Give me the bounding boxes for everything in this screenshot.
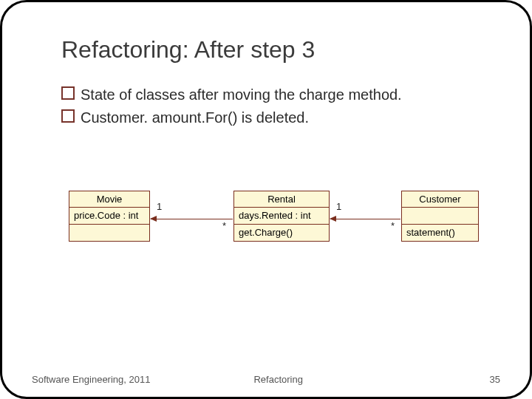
bullet-item: State of classes after moving the charge… <box>61 83 402 106</box>
uml-class-movie: Movie price.Code : int <box>69 191 150 242</box>
uml-class-name: Customer <box>402 191 478 208</box>
arrowhead-icon <box>150 216 157 222</box>
footer-page-number: 35 <box>490 374 500 385</box>
slide-title: Refactoring: After step 3 <box>61 36 315 64</box>
slide-frame: Refactoring: After step 3 State of class… <box>0 0 532 399</box>
footer-left: Software Engineering, 2011 <box>32 374 150 385</box>
uml-class-name: Rental <box>234 191 329 208</box>
assoc-movie-rental <box>151 219 233 219</box>
multiplicity-label: 1 <box>336 201 341 212</box>
assoc-rental-customer <box>330 219 400 219</box>
uml-class-ops: get.Charge() <box>234 225 329 241</box>
uml-class-attrs <box>402 208 478 225</box>
uml-diagram: Movie price.Code : int Rental days.Rente… <box>54 191 482 294</box>
uml-class-ops <box>69 225 149 241</box>
bullet-text: Customer. amount.For() is deleted. <box>81 106 309 129</box>
bullet-marker <box>61 109 75 123</box>
slide-footer: Software Engineering, 2011 Refactoring 3… <box>32 374 500 385</box>
bullet-marker <box>61 86 75 100</box>
uml-class-attrs: price.Code : int <box>69 208 149 225</box>
arrowhead-icon <box>330 216 336 222</box>
multiplicity-label: 1 <box>157 201 162 212</box>
uml-class-attrs: days.Rented : int <box>234 208 329 225</box>
uml-class-name: Movie <box>69 191 149 208</box>
multiplicity-label: * <box>222 220 226 231</box>
uml-class-rental: Rental days.Rented : int get.Charge() <box>233 191 330 242</box>
bullet-item: Customer. amount.For() is deleted. <box>61 106 402 129</box>
bullet-list: State of classes after moving the charge… <box>61 83 402 129</box>
multiplicity-label: * <box>391 220 395 231</box>
bullet-text: State of classes after moving the charge… <box>81 83 402 106</box>
uml-class-customer: Customer statement() <box>401 191 479 242</box>
footer-center: Refactoring <box>150 374 489 385</box>
uml-class-ops: statement() <box>402 225 478 241</box>
